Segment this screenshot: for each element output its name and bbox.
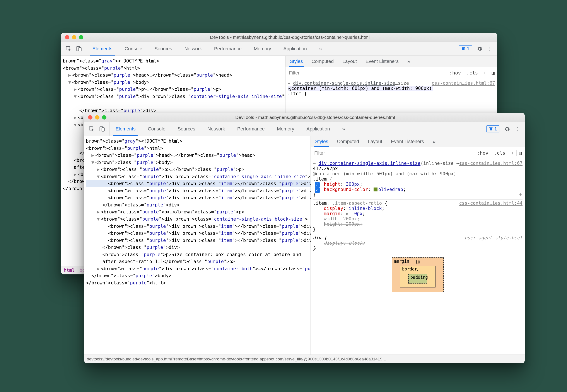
add-property-icon[interactable]: + <box>519 191 522 197</box>
settings-icon[interactable] <box>504 126 510 132</box>
dom-line[interactable]: after aspect-ratio 1:1</brown">class="pu… <box>86 258 311 265</box>
dom-line[interactable] <box>63 100 285 107</box>
tab-memory[interactable]: Memory <box>271 122 300 136</box>
tab-performance[interactable]: Performance <box>208 42 248 56</box>
kebab-icon[interactable]: ⋮ <box>515 126 520 132</box>
tab-application[interactable]: Application <box>277 42 313 56</box>
css-property[interactable]: display: inline-block; <box>313 206 522 211</box>
dom-line[interactable]: ▶<brown">class="purple">p>…</brown">clas… <box>63 86 285 93</box>
tab-computed[interactable]: Computed <box>307 56 338 67</box>
css-property[interactable]: width: 200px; <box>313 216 522 222</box>
dom-line[interactable]: <brown">class="purple">div brown">class=… <box>86 187 311 195</box>
ua-rule: div { user agent stylesheet display: blo… <box>313 235 522 251</box>
css-property[interactable]: height: 200px; <box>313 222 522 227</box>
container-path[interactable]: div.container-single-axis.inline-size <box>293 81 395 86</box>
elements-tree[interactable]: brown">class="gray"><!DOCTYPE html><brow… <box>84 136 311 354</box>
dom-line[interactable]: ▶<brown">class="purple">head>…</brown">c… <box>63 72 285 79</box>
css-property[interactable]: background-color: olivedrab; <box>313 187 522 192</box>
styles-filter-input[interactable]: Filter <box>311 150 474 156</box>
dom-line[interactable]: </brown">class="purple">div> <box>86 201 311 209</box>
zoom-dot[interactable] <box>79 35 83 39</box>
tab-styles[interactable]: Styles <box>311 136 333 147</box>
sidetabs-overflow-icon[interactable]: » <box>428 136 440 147</box>
css-property[interactable]: display: block; <box>313 240 522 246</box>
cls-toggle[interactable]: .cls <box>491 150 508 156</box>
dom-line[interactable]: ▼<brown">class="purple">div brown">class… <box>86 173 311 180</box>
issues-badge[interactable]: 1 <box>459 45 472 52</box>
device-icon[interactable] <box>76 46 82 52</box>
hov-toggle[interactable]: :hov <box>474 150 491 156</box>
dom-line[interactable]: ▼<brown">class="purple">div brown">class… <box>86 216 311 223</box>
tab-sources[interactable]: Sources <box>171 122 201 136</box>
tab-computed[interactable]: Computed <box>333 136 364 147</box>
toggle-sidebar-icon[interactable]: ◨ <box>516 150 525 156</box>
tab-network[interactable]: Network <box>178 42 208 56</box>
property-checkbox[interactable] <box>315 187 320 193</box>
dom-line[interactable]: </brown">class="purple">body> <box>86 272 311 280</box>
new-rule-button[interactable]: + <box>481 70 489 76</box>
minimize-dot[interactable] <box>95 115 99 120</box>
tab-memory[interactable]: Memory <box>248 42 277 56</box>
settings-icon[interactable] <box>477 46 482 52</box>
dom-line[interactable]: </brown">class="purple">html> <box>86 280 311 287</box>
rule-source-link[interactable]: css-contain…ies.html:67 <box>459 161 522 166</box>
zoom-dot[interactable] <box>102 115 106 120</box>
rule-source-link[interactable]: css-contain…ies.html:67 <box>432 81 495 86</box>
inspect-icon[interactable] <box>89 126 95 132</box>
tab-console[interactable]: Console <box>142 122 172 136</box>
tab-styles[interactable]: Styles <box>285 56 307 67</box>
dom-line[interactable]: <brown">class="purple">div brown">class=… <box>86 180 311 187</box>
dom-line[interactable]: <brown">class="purple">p>Size container:… <box>86 251 311 258</box>
tab-layout[interactable]: Layout <box>363 136 387 147</box>
styles-filter-input[interactable]: Filter <box>285 70 447 76</box>
kebab-icon[interactable]: ⋮ <box>487 46 492 52</box>
cls-toggle[interactable]: .cls <box>464 70 481 76</box>
tabs-overflow-icon[interactable]: » <box>336 122 351 136</box>
tab-network[interactable]: Network <box>201 122 231 136</box>
hov-toggle[interactable]: :hov <box>447 70 464 76</box>
new-rule-button[interactable]: + <box>508 150 516 156</box>
dom-line[interactable]: <brown">class="purple">div brown">class=… <box>86 194 311 201</box>
css-property[interactable]: height: 300px; <box>313 182 522 187</box>
tab-event-listeners[interactable]: Event Listeners <box>387 136 429 147</box>
container-query: @container (min-width: 601px) and (max-w… <box>313 171 456 176</box>
dom-line[interactable]: <brown">class="purple">div brown">class=… <box>86 237 311 244</box>
rule-source-link[interactable]: css-contain…ies.html:44 <box>459 201 522 206</box>
issues-badge[interactable]: 1 <box>486 126 499 132</box>
container-link[interactable]: div.container-single-axis.inline-size <box>318 161 420 166</box>
minimize-dot[interactable] <box>72 35 76 39</box>
tab-elements[interactable]: Elements <box>86 42 119 56</box>
crumb-html[interactable]: html <box>64 268 75 273</box>
dom-line[interactable]: <brown">class="purple">div brown">class=… <box>86 223 311 230</box>
dom-line[interactable]: ▶<brown">class="purple">head>…</brown">c… <box>86 152 311 159</box>
dom-line[interactable]: ▼<brown">class="purple">div brown">class… <box>63 93 285 100</box>
dom-line[interactable]: </brown">class="purple">div> <box>86 244 311 251</box>
sidetabs-overflow-icon[interactable]: » <box>403 56 415 67</box>
tab-performance[interactable]: Performance <box>231 122 271 136</box>
styles-body[interactable]: → div.container-single-axis.inline-size(… <box>311 159 525 354</box>
close-dot[interactable] <box>65 35 69 39</box>
toggle-sidebar-icon[interactable]: ◨ <box>489 70 497 76</box>
box-model[interactable]: margin 10 border - padding - <box>313 257 522 292</box>
tabs-overflow-icon[interactable]: » <box>313 42 328 56</box>
tab-console[interactable]: Console <box>119 42 149 56</box>
tab-sources[interactable]: Sources <box>148 42 178 56</box>
dom-line[interactable]: <brown">class="purple">html> <box>86 145 311 152</box>
dom-line[interactable]: ▶<brown">class="purple">div brown">class… <box>86 265 311 272</box>
dom-line[interactable]: ▶<brown">class="purple">p>…</brown">clas… <box>86 166 311 173</box>
dom-line[interactable]: ▼<brown">class="purple">body> <box>86 159 311 166</box>
dom-line[interactable]: ▼<brown">class="purple">body> <box>63 79 285 86</box>
css-property[interactable]: margin: ▶ 10px; <box>313 211 522 216</box>
close-dot[interactable] <box>88 115 92 120</box>
tab-application[interactable]: Application <box>300 122 336 136</box>
dom-line[interactable]: brown">class="gray"><!DOCTYPE html> <box>86 138 311 145</box>
dom-line[interactable]: <brown">class="purple">div brown">class=… <box>86 230 311 237</box>
device-icon[interactable] <box>99 126 105 132</box>
tab-elements[interactable]: Elements <box>109 122 142 136</box>
dom-line[interactable]: ▶<brown">class="purple">p>…</brown">clas… <box>86 209 311 216</box>
inspect-icon[interactable] <box>65 46 72 52</box>
tab-event-listeners[interactable]: Event Listeners <box>361 56 403 67</box>
dom-line[interactable]: brown">class="gray"><!DOCTYPE html> <box>63 57 285 65</box>
tab-layout[interactable]: Layout <box>338 56 361 67</box>
dom-line[interactable]: <brown">class="purple">html> <box>63 65 285 72</box>
